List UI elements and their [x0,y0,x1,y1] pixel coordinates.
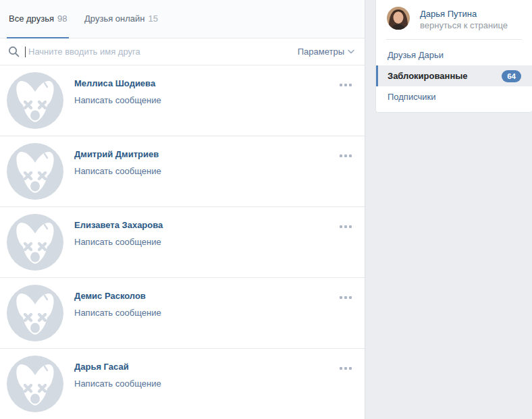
sidebar-item-label: Друзья Дарьи [388,50,444,60]
profile-block: Дарья Путина вернуться к странице [376,0,532,38]
friend-info: Дмитрий Дмитриев Написать сообщение [74,136,365,176]
friend-name-link[interactable]: Дмитрий Дмитриев [74,149,159,160]
friend-row: Дарья Гасай Написать сообщение [0,349,365,419]
profile-name-link[interactable]: Дарья Путина [420,8,508,20]
tab-all-friends-label: Все друзья [9,13,54,24]
profile-sidebar: Дарья Путина вернуться к странице Друзья… [375,0,532,113]
friend-row: Демис Расколов Написать сообщение [0,278,365,349]
sidebar-menu: Друзья Дарьи Заблокированные 64 Подписчи… [376,40,532,113]
write-message-link[interactable]: Написать сообщение [74,95,161,105]
tab-online-friends-label: Друзья онлайн [84,13,144,24]
friend-name-link[interactable]: Демис Расколов [74,291,146,302]
write-message-link[interactable]: Написать сообщение [74,237,161,247]
search-params-label: Параметры [298,47,344,57]
back-to-page-link[interactable]: вернуться к странице [420,20,508,31]
sidebar-item-label: Подписчики [388,92,436,102]
ellipsis-menu-icon[interactable] [338,81,353,89]
ellipsis-menu-icon[interactable] [338,294,353,302]
vk-friends-page: { "tabs": [ { "label": "Все друзья", "co… [0,0,532,419]
ellipsis-menu-icon[interactable] [338,364,353,372]
write-message-link[interactable]: Написать сообщение [74,166,161,176]
friend-info: Дарья Гасай Написать сообщение [74,349,365,389]
friend-row: Дмитрий Дмитриев Написать сообщение [0,136,365,207]
dog-placeholder-icon [7,285,63,341]
profile-text: Дарья Путина вернуться к странице [420,7,508,31]
friend-info: Меллиса Шодиева Написать сообщение [74,65,365,105]
chevron-down-icon [348,49,354,54]
friends-tabs: Все друзья98 Друзья онлайн15 [0,0,365,38]
dog-placeholder-icon [7,214,63,271]
tab-online-friends[interactable]: Друзья онлайн15 [82,0,160,38]
friend-row: Елизавета Захарова Написать сообщение [0,207,365,278]
dog-placeholder-icon [7,72,63,129]
tab-all-friends-count: 98 [57,13,67,24]
friend-avatar[interactable] [7,356,63,412]
friend-name-link[interactable]: Елизавета Захарова [74,220,163,231]
search-icon [0,46,27,57]
dog-placeholder-icon [7,356,63,412]
ellipsis-menu-icon[interactable] [338,223,353,231]
friend-avatar[interactable] [7,72,63,129]
friends-search-bar: Параметры [0,38,365,65]
write-message-link[interactable]: Написать сообщение [74,308,161,318]
friend-avatar[interactable] [7,143,63,200]
friend-info: Елизавета Захарова Написать сообщение [74,207,365,247]
friend-name-link[interactable]: Дарья Гасай [74,362,129,372]
ellipsis-menu-icon[interactable] [338,152,353,160]
sidebar-item-label: Заблокированные [388,71,468,81]
profile-photo-image [387,7,410,30]
tab-all-friends[interactable]: Все друзья98 [7,0,69,38]
tab-online-friends-count: 15 [149,13,158,24]
friend-row: Меллиса Шодиева Написать сообщение [0,65,365,136]
friends-panel: Все друзья98 Друзья онлайн15 Параметры [0,0,365,419]
search-input[interactable] [27,47,298,57]
search-params-button[interactable]: Параметры [298,47,354,57]
friends-list: Меллиса Шодиева Написать сообщение Дмитр… [0,65,365,419]
sidebar-item-blocked[interactable]: Заблокированные 64 [376,65,532,86]
friend-avatar[interactable] [7,285,63,341]
dog-placeholder-icon [7,143,63,200]
profile-photo[interactable] [387,7,410,30]
write-message-link[interactable]: Написать сообщение [74,379,161,389]
text-caret [25,47,26,57]
sidebar-item-friends[interactable]: Друзья Дарьи [376,45,532,65]
friend-name-link[interactable]: Меллиса Шодиева [74,78,155,89]
friend-avatar[interactable] [7,214,63,271]
blocked-count-badge: 64 [502,70,521,82]
sidebar-item-followers[interactable]: Подписчики [376,86,532,107]
friend-info: Демис Расколов Написать сообщение [74,278,365,318]
